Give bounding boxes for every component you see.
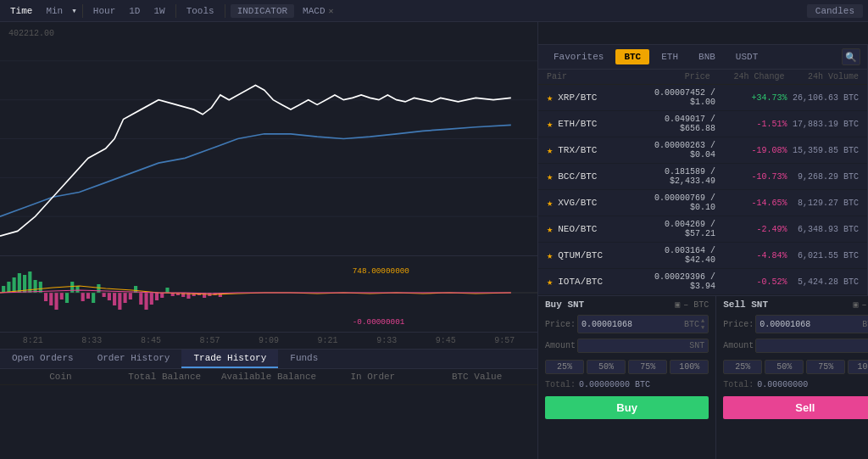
- toolbar-macd-label: MACD ✕: [303, 6, 333, 16]
- buy-amount-unit: SNT: [689, 341, 704, 350]
- toolbar-tools[interactable]: Tools: [181, 4, 220, 18]
- sell-price-row: Price: BTC ▲▼: [723, 315, 868, 333]
- toolbar-min[interactable]: Min: [41, 4, 68, 18]
- pair-search-icon[interactable]: 🔍: [842, 48, 860, 65]
- toolbar-time[interactable]: Time: [5, 4, 37, 18]
- pair-name-eth: ETH/BTC: [558, 119, 643, 129]
- pd-col-change: 24h Change: [710, 72, 785, 81]
- sell-amount-row: Amount: SNT: [723, 339, 868, 353]
- buy-pct-75[interactable]: 75%: [628, 360, 667, 374]
- pair-name-trx: TRX/BTC: [558, 145, 643, 155]
- tab-funds[interactable]: Funds: [278, 350, 330, 368]
- pair-row-neo[interactable]: ★ NEO/BTC 0.004269 / $57.21 -2.49% 6,348…: [538, 216, 867, 243]
- toolbar-indicator[interactable]: INDICATOR: [231, 4, 294, 18]
- pair-row-xrp[interactable]: ★ XRP/BTC 0.00007452 / $1.00 +34.73% 26,…: [538, 85, 867, 111]
- pair-price-trx: 0.00000263 / $0.04: [644, 141, 715, 160]
- star-icon-iota[interactable]: ★: [547, 276, 553, 288]
- sell-pct-75[interactable]: 75%: [806, 360, 845, 374]
- pair-name-xvg: XVG/BTC: [558, 198, 643, 208]
- pd-col-price: Price: [636, 72, 710, 81]
- time-tick-3: 8:57: [181, 336, 240, 345]
- star-icon-qtum[interactable]: ★: [547, 249, 553, 262]
- pair-volume-eth: 17,883.19 BTC: [787, 120, 859, 129]
- svg-rect-32: [144, 293, 147, 310]
- svg-rect-16: [60, 293, 64, 299]
- svg-rect-35: [160, 293, 164, 298]
- pair-row-trx[interactable]: ★ TRX/BTC 0.00000263 / $0.04 -19.08% 15,…: [538, 137, 867, 164]
- buy-pct-50[interactable]: 50%: [587, 360, 626, 374]
- svg-rect-27: [118, 293, 121, 310]
- buy-price-input-wrap: BTC ▲▼: [577, 315, 709, 333]
- svg-rect-24: [103, 293, 106, 297]
- toolbar-sep2: [175, 4, 176, 18]
- tab-open-orders[interactable]: Open Orders: [0, 350, 86, 368]
- sell-snt-icon: ▣: [853, 299, 858, 310]
- tab-trade-history[interactable]: Trade History: [181, 350, 278, 368]
- pd-tab-eth[interactable]: ETH: [653, 49, 687, 64]
- pair-volume-xvg: 8,129.27 BTC: [787, 199, 859, 208]
- pd-col-pair: Pair: [547, 72, 636, 81]
- sell-pct-100[interactable]: 100%: [848, 360, 868, 374]
- buy-btc-icon: ▣: [675, 299, 680, 310]
- svg-text:748.00000000: 748.00000000: [353, 266, 409, 276]
- pair-price-qtum: 0.003164 / $42.40: [644, 246, 715, 265]
- time-tick-1: 8:33: [63, 336, 122, 345]
- toolbar-1d[interactable]: 1D: [124, 4, 145, 18]
- sell-pct-25[interactable]: 25%: [723, 360, 762, 374]
- pd-tab-bnb[interactable]: BNB: [690, 49, 724, 64]
- buy-price-arrows[interactable]: ▲▼: [701, 317, 704, 331]
- main-content: 402212.00: [0, 22, 868, 459]
- buy-pct-100[interactable]: 100%: [670, 360, 709, 374]
- toolbar-hour[interactable]: Hour: [88, 4, 120, 18]
- toolbar-sep3: [225, 4, 225, 18]
- star-icon-xvg[interactable]: ★: [547, 197, 553, 210]
- sell-price-input[interactable]: [760, 320, 862, 329]
- pair-volume-neo: 6,348.93 BTC: [787, 225, 859, 234]
- toolbar-1w[interactable]: 1W: [148, 4, 170, 18]
- tab-order-history[interactable]: Order History: [86, 350, 182, 368]
- buy-amount-input[interactable]: [581, 341, 689, 350]
- pd-tab-btc[interactable]: BTC: [615, 49, 649, 64]
- star-icon-xrp[interactable]: ★: [547, 92, 553, 104]
- svg-rect-18: [70, 282, 74, 293]
- buy-coin-label: Buy SNT: [545, 299, 584, 310]
- star-icon-eth[interactable]: ★: [547, 118, 553, 131]
- buy-form-header: Buy SNT ▣ – BTC: [545, 299, 709, 310]
- pair-row-qtum[interactable]: ★ QTUM/BTC 0.003164 / $42.40 -4.84% 6,02…: [538, 243, 867, 269]
- pair-volume-trx: 15,359.85 BTC: [787, 146, 859, 155]
- pair-row-bcc[interactable]: ★ BCC/BTC 0.181589 / $2,433.49 -10.73% 9…: [538, 164, 867, 190]
- pair-volume-qtum: 6,021.55 BTC: [787, 251, 859, 260]
- toolbar: Time Min▾ Hour 1D 1W Tools INDICATOR MAC…: [0, 0, 868, 22]
- sell-coin-label: Sell SNT: [723, 299, 768, 310]
- buy-price-input[interactable]: [581, 320, 684, 329]
- col-in-order: In Order: [320, 372, 425, 382]
- star-icon-neo[interactable]: ★: [547, 223, 553, 236]
- pair-row-iota[interactable]: ★ IOTA/BTC 0.00029396 / $3.94 -0.52% 5,4…: [538, 269, 867, 295]
- buy-total-label: Total:: [545, 380, 576, 389]
- sell-pct-buttons: 25% 50% 75% 100%: [723, 360, 868, 374]
- chart-canvas: 402212.00: [0, 22, 537, 255]
- pair-row-eth[interactable]: ★ ETH/BTC 0.049017 / $656.88 -1.51% 17,8…: [538, 111, 867, 137]
- sell-form: Sell SNT ▣ – SNT Price: BTC ▲▼: [716, 294, 868, 459]
- buy-button[interactable]: Buy: [545, 396, 709, 419]
- buy-pct-25[interactable]: 25%: [545, 360, 584, 374]
- chart-price-label: 402212.00: [8, 29, 54, 38]
- pd-tab-favorites[interactable]: Favorites: [545, 49, 612, 64]
- sell-pct-50[interactable]: 50%: [765, 360, 804, 374]
- svg-rect-19: [75, 286, 79, 293]
- svg-rect-7: [13, 277, 16, 293]
- svg-rect-29: [129, 293, 132, 299]
- star-icon-trx[interactable]: ★: [547, 144, 553, 157]
- sell-header-right: ▣ – SNT: [853, 299, 868, 310]
- pd-tab-usdt[interactable]: USDT: [727, 49, 766, 64]
- sell-button[interactable]: Sell: [723, 396, 868, 419]
- macd-close-icon[interactable]: ✕: [329, 6, 334, 16]
- star-icon-bcc[interactable]: ★: [547, 171, 553, 183]
- chart-area: 402212.00: [0, 22, 537, 459]
- sell-amount-input[interactable]: [760, 341, 867, 350]
- pair-name-neo: NEO/BTC: [558, 224, 643, 234]
- pair-row-xvg[interactable]: ★ XVG/BTC 0.00000769 / $0.10 -14.65% 8,1…: [538, 190, 867, 216]
- buy-header-right: ▣ – BTC: [675, 299, 709, 310]
- pair-price-iota: 0.00029396 / $3.94: [644, 272, 715, 291]
- candles-button[interactable]: Candles: [807, 4, 863, 18]
